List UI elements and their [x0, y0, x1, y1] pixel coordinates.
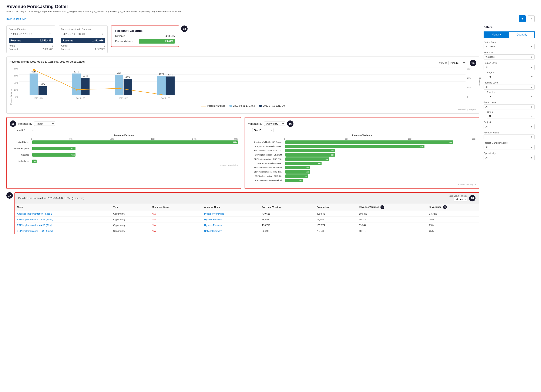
help-icon-button[interactable]: ? — [528, 15, 535, 22]
col-comparison: Comparison — [315, 204, 357, 211]
page-subtitle: May 2023 to Aug 2023, Monthly, Corporate… — [6, 10, 535, 13]
region-level-select[interactable]: All ▼ — [484, 65, 535, 70]
hbar-uk-row: United Kingdom 64k — [10, 147, 238, 150]
hbar-opp-8: ERP Implementation - AUS (Fix... 19k — [248, 170, 476, 173]
region-select[interactable]: All ▼ — [487, 74, 535, 79]
svg-text:468k: 468k — [125, 76, 130, 78]
project-chevron-icon: ▼ — [531, 126, 533, 128]
fc2-revenue-label: Revenue — [63, 39, 73, 42]
svg-rect-11 — [81, 78, 89, 95]
view-as-select[interactable]: Periodic Cumulative — [448, 61, 466, 65]
filters-title: Filters — [484, 25, 535, 29]
variance-by-opp-select[interactable]: Opportunity Account — [264, 122, 285, 126]
row2-comparison: 77,505 — [315, 217, 357, 223]
practice-select[interactable]: All ▼ — [487, 94, 535, 99]
fc2-forecast-label: Forecast — [61, 48, 70, 50]
row4-account-link[interactable]: National Railway — [204, 230, 222, 232]
svg-text:587k: 587k — [117, 72, 121, 74]
variance-title: Forecast Variance — [115, 29, 175, 32]
practice-level-label: Practice Level — [484, 81, 535, 84]
group-select[interactable]: All ▼ — [487, 114, 535, 119]
row3-account-link[interactable]: Ulysees Partners — [204, 224, 222, 226]
col-pct-variance: % Variance 20 — [427, 204, 479, 211]
row3-type: Opportunity — [111, 223, 150, 228]
project-manager-select[interactable]: All ▼ — [484, 145, 535, 150]
fc2-date: 2023-04-10 18:13:30 — [63, 33, 85, 35]
row4-milestone: N/A — [150, 228, 202, 234]
hbar-opp-5: ERP Implementation - EUR (T&... 34k — [248, 158, 476, 161]
row1-name-link[interactable]: Analytics Implementation Phase 3 — [17, 213, 52, 215]
row3-name-link[interactable]: ERP Implementation - AUS (T&M) — [17, 224, 52, 226]
row4-forecast: 92,092 — [260, 228, 314, 234]
monthly-quarterly-toggle: Monthly Quarterly — [484, 31, 535, 38]
table-row: Analytics Implementation Phase 3 Opportu… — [15, 211, 479, 217]
svg-point-27 — [118, 87, 120, 89]
col-name: Name — [15, 204, 111, 211]
fc1-actual-value: 0 — [52, 44, 53, 47]
period-from-chevron-icon: ▼ — [531, 46, 533, 48]
svg-rect-20 — [157, 76, 166, 95]
col-revenue-variance: Revenue Variance 19 — [357, 204, 427, 211]
variance-revenue-value: 483,505 — [166, 35, 175, 38]
row4-comparison: 73,673 — [315, 228, 357, 234]
variance-percent-value: 25.81% — [165, 40, 173, 42]
fc2-actual-value: 0 — [104, 44, 105, 47]
variance-by-region-sub-select[interactable]: Level 02 Level 01 — [14, 128, 35, 132]
zero-val-select[interactable]: Hidden Shown — [454, 197, 468, 201]
variance-by-region-select[interactable]: Region Practice Group — [34, 122, 55, 126]
vc-region-chart-title: Revenue Variance — [10, 134, 238, 137]
fc1-forecast-label: Forecast — [9, 48, 18, 50]
filter-icon-button[interactable]: ▼ — [519, 15, 526, 22]
project-manager-label: Project Manager Name — [484, 142, 535, 144]
col-type: Type — [111, 204, 150, 211]
variance-by-opp-sub-select[interactable]: Top 10 Top 5 — [252, 128, 273, 132]
group-label: Group — [487, 111, 535, 113]
group-chevron-icon: ▼ — [531, 115, 533, 117]
period-from-label: Period From — [484, 41, 535, 43]
opportunity-select[interactable]: All ▼ — [484, 155, 535, 160]
trends-title: Revenue Trends (2023-03-01 17:13:54 vs. … — [10, 60, 85, 63]
account-name-select[interactable]: ▼ — [484, 134, 535, 139]
project-label: Project — [484, 121, 535, 123]
variance-revenue-label: Revenue — [115, 35, 125, 38]
row2-name-link[interactable]: ERP Implementation - AUS (Fixed) — [17, 218, 53, 221]
row2-forecast: 96,882 — [260, 217, 314, 223]
fc1-chevron-icon[interactable]: ▼ — [49, 33, 51, 35]
period-from-select[interactable]: 2023/005 ▼ — [484, 44, 535, 49]
table-row: ERP Implementation - EUR (Fixed) Opportu… — [15, 228, 479, 234]
row4-name-link[interactable]: ERP Implementation - EUR (Fixed) — [17, 230, 53, 232]
quarterly-button[interactable]: Quarterly — [509, 31, 535, 38]
row1-account-link[interactable]: Prestige Worldwide — [204, 213, 224, 215]
back-to-summary-link[interactable]: Back to Summary — [6, 17, 26, 20]
svg-text:2023 - 08: 2023 - 08 — [161, 97, 170, 100]
hbar-opp-7: ERP Implementation - UK (Fixed) 20k — [248, 166, 476, 169]
svg-text:2023 - 05: 2023 - 05 — [34, 97, 43, 100]
hbar-opp-9: ERP Implementation - EUR (Fi... 18k — [248, 174, 476, 178]
details-title: Details: Live Forecast vs. 2020-08-28 05… — [18, 197, 84, 200]
fc1-label: Forecast Version — [9, 28, 53, 30]
project-select[interactable]: All ▼ — [484, 124, 535, 129]
hbar-netherlands-row: Netherlands 6k — [10, 160, 238, 163]
variance-by-opp-title: Variance by — [248, 122, 262, 125]
region-powered-by: Powered by Analytics — [10, 164, 238, 166]
badge-16: 16 — [287, 121, 293, 127]
fc1-revenue-label: Revenue — [10, 39, 21, 42]
svg-text:617k: 617k — [74, 71, 79, 73]
group-level-select[interactable]: All ▼ — [484, 104, 535, 109]
vc-opp-chart-title: Revenue Variance — [248, 134, 476, 137]
badge-13: 13 — [181, 25, 187, 32]
fc1-forecast-value: 2,356,482 — [42, 48, 53, 50]
filters-panel: Filters Monthly Quarterly Period From 20… — [484, 25, 535, 392]
row3-forecast: 196,718 — [260, 223, 314, 228]
row1-forecast: 439,515 — [260, 211, 314, 217]
monthly-button[interactable]: Monthly — [484, 31, 509, 38]
forecast-version-1-card: Forecast Version 2023-03-01 17:13:54 ▼ R… — [6, 25, 55, 53]
practice-chevron-icon: ▼ — [531, 95, 533, 98]
row2-account-link[interactable]: Ulysees Partners — [204, 218, 222, 221]
fc2-chevron-icon[interactable]: ▼ — [101, 33, 103, 35]
practice-level-select[interactable]: All ▼ — [484, 85, 535, 90]
col-account: Account Name — [202, 204, 260, 211]
variance-percent-label: Percent Variance — [115, 40, 136, 42]
period-to-select[interactable]: 2023/008 ▼ — [484, 54, 535, 60]
row1-milestone: N/A — [150, 211, 202, 217]
